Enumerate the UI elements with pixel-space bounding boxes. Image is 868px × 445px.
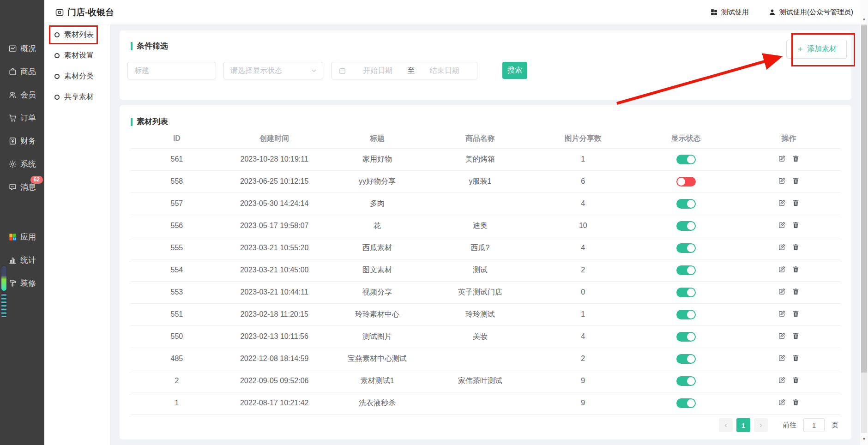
cell-product: 玲玲测试 (429, 303, 532, 325)
status-select[interactable]: 请选择显示状态 (223, 62, 323, 79)
cell-product: 家伟茶叶测试 (429, 370, 532, 392)
pagination: ‹ 1 › 前往 页 (719, 418, 838, 432)
cell-shares: 9 (531, 392, 634, 414)
cell-actions (737, 215, 840, 237)
cell-visibility (634, 348, 737, 370)
edit-icon[interactable] (778, 221, 786, 229)
sidebar-item-system[interactable]: 系统 (0, 152, 44, 175)
delete-icon[interactable] (792, 199, 800, 207)
delete-icon[interactable] (792, 177, 800, 185)
cell-shares: 6 (531, 170, 634, 192)
edit-icon[interactable] (778, 288, 786, 295)
vertical-scrollbar[interactable]: ▲ ▼ (860, 0, 868, 445)
visibility-toggle[interactable] (676, 332, 696, 342)
cell-visibility (634, 237, 737, 259)
page-1-button[interactable]: 1 (736, 418, 750, 432)
filter-section-title: 条件筛选 (131, 41, 168, 51)
sidebar-item-order[interactable]: 订单 (0, 106, 44, 129)
edit-icon[interactable] (778, 177, 786, 185)
visibility-toggle[interactable] (676, 398, 696, 408)
cell-id: 557 (131, 192, 223, 215)
submenu-sidebar: 素材列表素材设置素材分类共享素材 (44, 24, 111, 445)
edit-icon[interactable] (778, 332, 786, 340)
cell-created: 2023-05-17 19:58:07 (223, 215, 326, 237)
user-icon (768, 8, 776, 16)
visibility-toggle[interactable] (676, 376, 696, 386)
edit-icon[interactable] (778, 265, 786, 273)
edit-icon[interactable] (778, 376, 786, 384)
submenu-item-material-category[interactable]: 素材分类 (44, 66, 110, 87)
sidebar-item-apps[interactable]: 应用 (0, 225, 44, 248)
visibility-toggle[interactable] (676, 221, 696, 231)
visibility-toggle[interactable] (676, 354, 696, 364)
submenu-item-shared-material[interactable]: 共享素材 (44, 87, 110, 108)
circle-icon (54, 74, 60, 79)
visibility-toggle[interactable] (676, 199, 696, 209)
visibility-toggle[interactable] (676, 310, 696, 319)
sidebar-item-overview[interactable]: 概况 (0, 37, 44, 60)
edit-icon[interactable] (778, 155, 786, 162)
edit-icon[interactable] (778, 398, 786, 406)
member-icon (8, 90, 17, 99)
date-range-picker[interactable]: 开始日期 至 结束日期 (332, 62, 477, 79)
delete-icon[interactable] (792, 332, 800, 340)
edit-icon[interactable] (778, 310, 786, 318)
cell-actions (737, 237, 840, 259)
add-material-button[interactable]: ＋ 添加素材 (786, 40, 847, 59)
delete-icon[interactable] (792, 265, 800, 273)
sidebar-item-label: 系统 (20, 159, 36, 169)
cell-id: 558 (131, 170, 223, 192)
edit-icon[interactable] (778, 199, 786, 207)
delete-icon[interactable] (792, 376, 800, 384)
submenu-item-material-list[interactable]: 素材列表 (44, 24, 110, 45)
visibility-toggle[interactable] (676, 177, 696, 186)
edit-icon[interactable] (778, 354, 786, 362)
cell-actions (737, 148, 840, 170)
sidebar-item-finance[interactable]: 财务 (0, 129, 44, 152)
cell-shares: 10 (531, 215, 634, 237)
column-header: 图片分享数 (531, 129, 634, 148)
visibility-toggle[interactable] (676, 288, 696, 297)
submenu-item-label: 素材分类 (64, 72, 94, 81)
cell-shares: 4 (531, 325, 634, 348)
delete-icon[interactable] (792, 354, 800, 362)
sidebar-item-message[interactable]: 消息62 (0, 175, 44, 198)
account-menu[interactable]: 测试使用(公众号管理员) (768, 8, 853, 17)
delete-icon[interactable] (792, 155, 800, 162)
visibility-toggle[interactable] (676, 265, 696, 275)
cell-id: 550 (131, 325, 223, 348)
workspace-switcher[interactable]: 测试使用 (710, 8, 749, 17)
edit-icon[interactable] (778, 243, 786, 251)
cell-product: 美的烤箱 (429, 148, 532, 170)
cell-actions (737, 259, 840, 281)
prev-page-button[interactable]: ‹ (719, 418, 733, 432)
cell-created: 2023-06-25 10:12:15 (223, 170, 326, 192)
scrollbar-thumb[interactable] (861, 25, 867, 373)
visibility-toggle[interactable] (676, 243, 696, 253)
delete-icon[interactable] (792, 398, 800, 406)
next-page-button[interactable]: › (754, 418, 768, 432)
delete-icon[interactable] (792, 221, 800, 229)
submenu-item-material-settings[interactable]: 素材设置 (44, 45, 110, 66)
scrollbar-up-arrow-icon[interactable]: ▲ (860, 17, 868, 21)
cell-visibility (634, 392, 737, 414)
cell-product (429, 192, 532, 215)
search-button[interactable]: 搜索 (502, 62, 527, 79)
cell-created: 2022-08-17 10:21:42 (223, 392, 326, 414)
cell-id: 2 (131, 370, 223, 392)
cell-visibility (634, 170, 737, 192)
sidebar-item-member[interactable]: 会员 (0, 83, 44, 106)
sidebar-item-goods[interactable]: 商品 (0, 60, 44, 83)
delete-icon[interactable] (792, 288, 800, 295)
scrollbar-down-arrow-icon[interactable]: ▼ (860, 437, 868, 441)
title-input[interactable] (127, 62, 216, 79)
visibility-toggle[interactable] (676, 155, 696, 164)
table-row: 5572023-05-30 14:24:14多肉4 (131, 192, 840, 215)
delete-icon[interactable] (792, 310, 800, 318)
sidebar-item-label: 订单 (20, 113, 36, 123)
cell-visibility (634, 215, 737, 237)
cell-created: 2023-05-30 14:24:14 (223, 192, 326, 215)
goto-page-input[interactable] (803, 418, 825, 432)
delete-icon[interactable] (792, 243, 800, 251)
stats-icon (8, 256, 17, 265)
